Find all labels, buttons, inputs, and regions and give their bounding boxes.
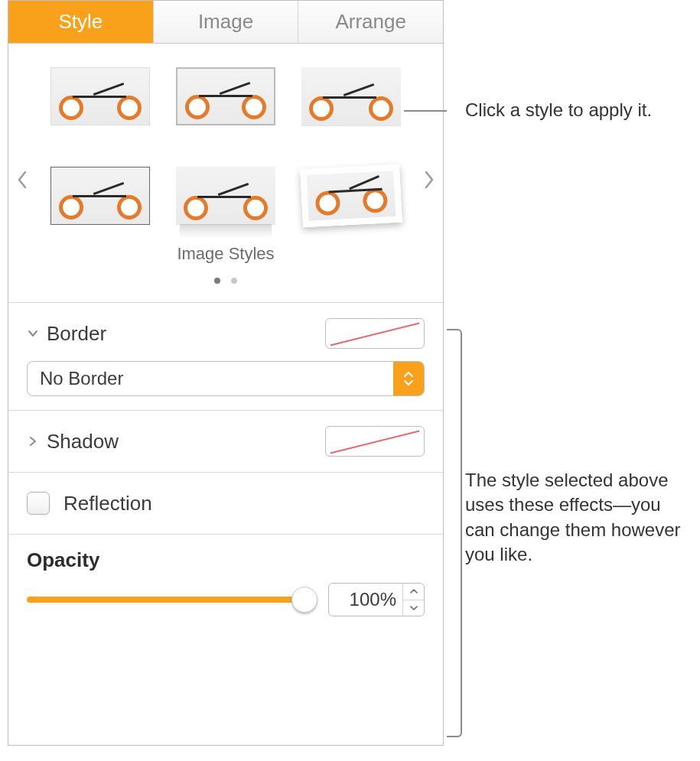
style-thumbnail-6[interactable]: [296, 158, 407, 233]
image-styles-heading: Image Styles: [24, 244, 428, 264]
annotation-2: The style selected above uses these effe…: [465, 468, 687, 567]
reflection-label: Reflection: [63, 492, 152, 515]
tab-image[interactable]: Image: [154, 1, 299, 43]
select-stepper-icon: [393, 362, 424, 395]
chevron-down-icon: [27, 327, 39, 340]
shadow-header[interactable]: Shadow: [27, 430, 119, 454]
border-type-select[interactable]: No Border: [27, 361, 425, 396]
border-swatch[interactable]: [325, 318, 425, 349]
shadow-section: Shadow: [8, 410, 443, 472]
tab-style[interactable]: Style: [8, 1, 154, 43]
opacity-value-field[interactable]: 100%: [328, 583, 425, 616]
border-label: Border: [47, 322, 106, 346]
opacity-step-up[interactable]: [403, 584, 424, 600]
style-page-dots: [24, 267, 428, 288]
border-section: Border No Border: [8, 302, 443, 410]
tab-arrange[interactable]: Arrange: [298, 1, 443, 43]
slider-track: [27, 597, 316, 603]
border-header[interactable]: Border: [27, 322, 106, 346]
opacity-value: 100%: [329, 584, 402, 616]
tab-bar: Style Image Arrange: [8, 1, 443, 44]
style-thumbnail-4[interactable]: [47, 161, 154, 230]
reflection-checkbox[interactable]: [27, 492, 50, 515]
border-type-value: No Border: [28, 368, 393, 389]
style-thumbnail-1[interactable]: [47, 62, 154, 131]
annotation-1: Click a style to apply it.: [465, 98, 695, 122]
callout-line: [404, 110, 447, 112]
style-thumbnail-5[interactable]: [172, 161, 279, 230]
style-page-dot-1[interactable]: [214, 278, 220, 284]
opacity-section: Opacity 100%: [8, 534, 443, 630]
opacity-label: Opacity: [27, 548, 425, 572]
styles-next-button[interactable]: [420, 164, 438, 195]
opacity-stepper: [402, 584, 424, 616]
opacity-slider[interactable]: [27, 586, 316, 613]
chevron-right-icon: [27, 435, 39, 447]
shadow-swatch[interactable]: [325, 426, 425, 457]
style-page-dot-2[interactable]: [231, 278, 237, 284]
opacity-step-down[interactable]: [403, 600, 424, 616]
format-panel: Style Image Arrange Image Styles: [8, 0, 444, 746]
style-thumbnail-2[interactable]: [172, 62, 279, 131]
style-thumbnails: [24, 62, 428, 230]
slider-knob[interactable]: [291, 587, 317, 613]
shadow-label: Shadow: [47, 430, 119, 454]
reflection-section: Reflection: [8, 472, 443, 534]
callout-bracket: [447, 329, 462, 737]
style-thumbnail-3[interactable]: [298, 62, 405, 131]
styles-prev-button[interactable]: [13, 164, 31, 195]
image-styles-area: Image Styles: [8, 44, 443, 302]
